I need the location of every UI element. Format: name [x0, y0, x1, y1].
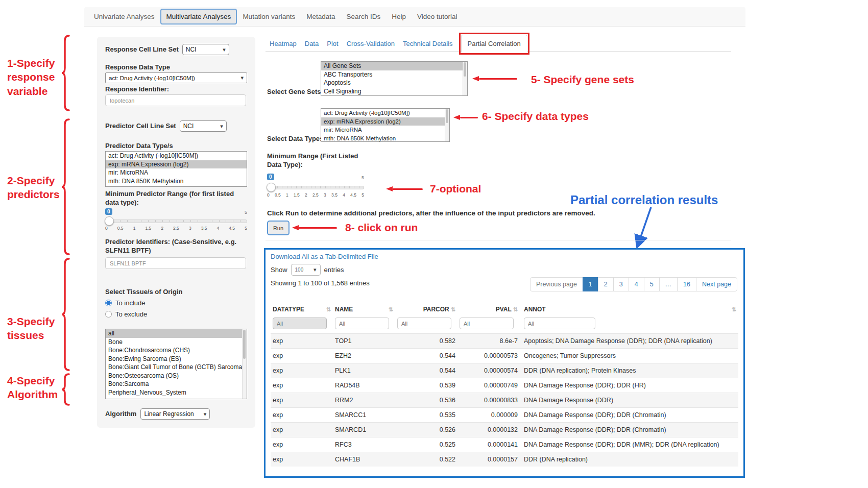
list-option-selected[interactable]: All Gene Sets — [321, 62, 467, 70]
sort-icon[interactable]: ⇅ — [513, 306, 518, 313]
list-option-selected[interactable]: all — [106, 329, 247, 338]
list-option-selected[interactable]: exp: mRNA Expression (log2) — [321, 117, 449, 126]
col-header-datatype[interactable]: DATATYPE — [273, 306, 304, 313]
list-option[interactable]: Bone:Sarcoma — [106, 380, 247, 388]
pagination-next[interactable]: Next page — [696, 277, 737, 291]
pagination-page-3[interactable]: 3 — [613, 277, 629, 291]
tab-technical-details[interactable]: Technical Details — [403, 35, 453, 52]
nav-tab-univariate-analyses[interactable]: Univariate Analyses — [88, 9, 160, 25]
nav-tab-search-ids[interactable]: Search IDs — [341, 9, 386, 25]
algorithm-label: Algorithm — [105, 410, 136, 419]
sort-icon[interactable]: ⇅ — [451, 306, 455, 313]
scrollbar[interactable] — [445, 109, 449, 141]
filter-input-parcor[interactable] — [397, 318, 451, 329]
list-option[interactable]: ABC Transporters — [321, 70, 467, 79]
tab-partial-correlation[interactable]: Partial Correlation — [461, 35, 527, 53]
sort-icon[interactable]: ⇅ — [732, 306, 736, 313]
predictor-cell-line-select[interactable]: NCI▾ — [180, 120, 227, 132]
tissue-exclude-label: To exclude — [115, 310, 147, 318]
show-entries-select[interactable]: 100▾ — [291, 264, 321, 276]
list-option-selected[interactable]: exp: mRNA Expression (log2) — [106, 160, 247, 169]
list-option[interactable]: Peripheral_Nervous_System — [106, 388, 247, 397]
section-divider — [266, 240, 731, 240]
list-option[interactable]: mir: MicroRNA — [321, 126, 449, 134]
table-row: exp RRM2 0.536 0.00000833 DNA Damage Res… — [271, 393, 738, 407]
response-data-type-select[interactable]: act: Drug Activity (-log10[IC50M])▾ — [105, 72, 247, 83]
run-instruction: Click Run to determine additional predic… — [267, 209, 737, 217]
col-header-name[interactable]: NAME — [335, 306, 353, 313]
app-canvas: Univariate Analyses Multivariate Analyse… — [0, 0, 868, 488]
arrow-to-slider — [386, 186, 423, 192]
nav-tab-help[interactable]: Help — [386, 9, 412, 25]
nav-tab-metadata[interactable]: Metadata — [301, 9, 341, 25]
arrow-to-run-button — [292, 225, 337, 231]
arrow-to-data-types — [453, 114, 478, 120]
sort-icon[interactable]: ⇅ — [326, 306, 331, 313]
response-cell-line-select[interactable]: NCI▾ — [182, 44, 229, 55]
filter-input-pval[interactable] — [460, 318, 514, 329]
annotation-step5: 5- Specify gene sets — [531, 72, 634, 86]
slider-track[interactable] — [267, 186, 364, 189]
scrollbar[interactable] — [463, 62, 467, 95]
run-button[interactable]: Run — [267, 221, 290, 235]
chevron-down-icon: ▾ — [314, 266, 317, 273]
tab-data[interactable]: Data — [305, 35, 319, 52]
list-option[interactable]: act: Drug Activity (-log10[IC50M]) — [321, 109, 449, 117]
scrollbar-thumb[interactable] — [446, 109, 448, 123]
col-header-parcor[interactable]: PARCOR — [423, 306, 449, 313]
slider-ticks-grid — [106, 220, 247, 222]
min-range-label: Minimum Range (First Listed Data Type): — [267, 152, 372, 169]
filter-input-annot[interactable] — [524, 318, 595, 329]
tab-cross-validation[interactable]: Cross-Validation — [347, 35, 395, 52]
pagination-page-4[interactable]: 4 — [629, 277, 644, 291]
download-link[interactable]: Download All as a Tab-Delimited File — [271, 253, 378, 260]
sort-icon[interactable]: ⇅ — [389, 306, 393, 313]
scrollbar-thumb[interactable] — [243, 330, 246, 359]
pagination-page-16[interactable]: 16 — [677, 277, 696, 291]
col-header-annot[interactable]: ANNOT — [524, 306, 546, 313]
filter-input-datatype[interactable] — [273, 318, 327, 329]
show-label: Show — [271, 266, 287, 274]
list-option[interactable]: Bone:Ewing Sarcoma (ES) — [106, 355, 247, 363]
scrollbar[interactable] — [242, 329, 247, 399]
col-header-pval[interactable]: PVAL — [496, 306, 512, 313]
pagination-previous[interactable]: Previous page — [530, 277, 583, 291]
show-entries-row: Show 100▾ entries — [271, 264, 344, 276]
annotation-step7: 7-optional — [430, 182, 481, 196]
pagination-page-5[interactable]: 5 — [644, 277, 660, 291]
list-option[interactable]: mth: DNA 850K Methylation — [106, 177, 247, 186]
tab-plot[interactable]: Plot — [327, 35, 338, 52]
list-option[interactable]: Bone:Giant Cell Tumor of Bone (GCTB) Sar… — [106, 363, 247, 372]
nav-tab-multivariate-analyses[interactable]: Multivariate Analyses — [160, 9, 237, 25]
list-option[interactable]: Bone:Osteosarcoma (OS) — [106, 372, 247, 380]
chevron-down-icon: ▾ — [223, 46, 226, 53]
list-option[interactable]: mth: DNA 850K Methylation — [321, 134, 449, 142]
analysis-tabs: Heatmap Data Plot Cross-Validation Techn… — [270, 35, 527, 52]
predictor-identifiers-input[interactable] — [105, 257, 246, 269]
algorithm-select[interactable]: Linear Regression▾ — [140, 408, 210, 420]
tissue-exclude-radio[interactable]: To exclude — [105, 310, 147, 318]
gene-sets-label: Select Gene Sets — [267, 88, 321, 96]
pagination-page-2[interactable]: 2 — [598, 277, 614, 291]
slider-handle[interactable] — [105, 216, 114, 226]
list-option[interactable]: Bone — [106, 338, 247, 347]
filter-input-name[interactable] — [335, 318, 389, 329]
nav-tab-video-tutorial[interactable]: Video tutorial — [412, 9, 463, 25]
list-option[interactable]: Bone:Chondrosarcoma (CHS) — [106, 346, 247, 355]
slider-track[interactable] — [105, 219, 247, 223]
list-option[interactable]: mir: MicroRNA — [106, 168, 247, 177]
table-header-row: DATATYPE⇅ NAME⇅ PARCOR⇅ PVAL⇅ ANNOT⇅ — [271, 303, 738, 316]
list-option[interactable]: act: Drug Activity (-log10[IC50M]) — [106, 152, 247, 160]
nav-tab-mutation-variants[interactable]: Mutation variants — [237, 9, 301, 25]
pagination-page-1[interactable]: 1 — [583, 277, 598, 291]
tissue-include-radio[interactable]: To include — [105, 299, 146, 307]
list-option[interactable]: Apoptosis — [321, 79, 467, 87]
slider-handle[interactable] — [267, 183, 276, 192]
predictor-cell-line-label: Predictor Cell Line Set — [105, 122, 176, 131]
response-identifier-input[interactable] — [105, 94, 246, 106]
tab-heatmap[interactable]: Heatmap — [270, 35, 297, 52]
table-row: exp PLK1 0.544 0.00000574 DDR (DNA repli… — [271, 363, 738, 378]
brace-step1 — [61, 35, 70, 111]
scrollbar-thumb[interactable] — [464, 62, 466, 77]
list-option[interactable]: Cell Signaling — [321, 87, 467, 96]
